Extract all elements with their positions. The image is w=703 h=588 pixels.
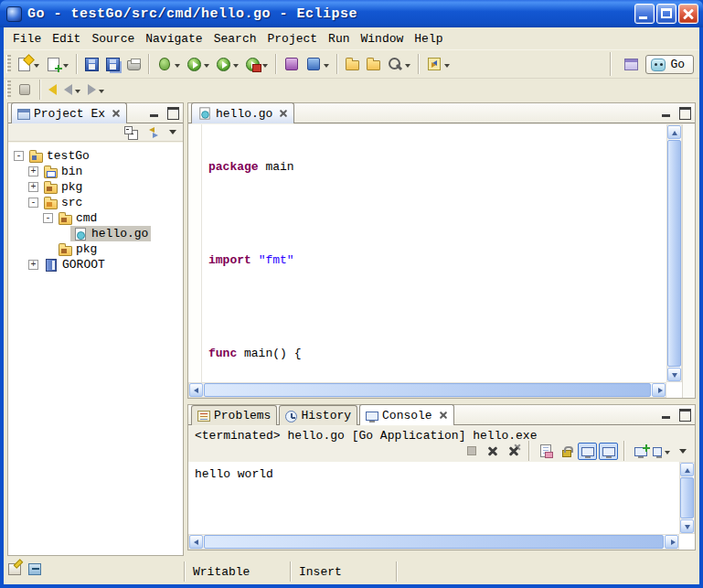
back-button[interactable] bbox=[60, 79, 84, 101]
save-button[interactable] bbox=[81, 53, 102, 75]
scroll-lock-button[interactable] bbox=[557, 443, 576, 460]
tree-item-goroot[interactable]: + GOROOT bbox=[8, 257, 183, 273]
print-button[interactable] bbox=[123, 53, 144, 75]
minimize-editor-button[interactable] bbox=[659, 106, 675, 119]
run-button[interactable] bbox=[184, 53, 213, 75]
overview-ruler[interactable] bbox=[682, 124, 695, 398]
scroll-up-icon[interactable] bbox=[680, 463, 694, 476]
tab-problems[interactable]: Problems bbox=[191, 405, 277, 425]
menu-navigate[interactable]: Navigate bbox=[140, 29, 208, 48]
tree-item-src-pkg[interactable]: pkg bbox=[8, 241, 183, 257]
editor-vertical-scrollbar[interactable] bbox=[666, 124, 682, 382]
tab-hello-go[interactable]: hello.go bbox=[191, 102, 294, 123]
last-edit-location-button[interactable] bbox=[45, 79, 60, 101]
scroll-up-icon[interactable] bbox=[667, 125, 681, 139]
new-go-type-button[interactable] bbox=[303, 53, 333, 75]
expander-icon[interactable]: + bbox=[28, 182, 38, 192]
code-editor[interactable]: package main import "fmt" func main() { … bbox=[188, 124, 695, 398]
collapse-all-button[interactable] bbox=[122, 124, 140, 141]
menu-source[interactable]: Source bbox=[86, 29, 140, 48]
expander-icon[interactable]: + bbox=[28, 166, 38, 176]
maximize-view-button[interactable] bbox=[165, 106, 180, 119]
console-output[interactable]: hello world bbox=[188, 462, 695, 550]
menu-window[interactable]: Window bbox=[356, 29, 410, 48]
fast-view-icon[interactable] bbox=[8, 563, 21, 575]
code-line[interactable]: import "fmt" bbox=[203, 252, 666, 268]
title-bar[interactable]: Go - testGo/src/cmd/hello.go - Eclipse bbox=[0, 0, 703, 27]
console-menu-button[interactable] bbox=[673, 443, 692, 460]
run-last-button[interactable] bbox=[213, 53, 242, 75]
close-tab-icon[interactable] bbox=[439, 411, 448, 420]
save-all-button[interactable] bbox=[102, 53, 123, 75]
tree-item-bin[interactable]: + bin bbox=[8, 164, 183, 179]
expander-icon[interactable]: - bbox=[28, 198, 38, 208]
forward-button[interactable] bbox=[84, 79, 108, 101]
clear-console-button[interactable] bbox=[536, 443, 555, 460]
open-folder-button[interactable] bbox=[342, 53, 363, 75]
console-horizontal-scrollbar[interactable] bbox=[188, 534, 679, 550]
open-project-button[interactable] bbox=[363, 53, 384, 75]
tree-item-cmd[interactable]: - cmd bbox=[8, 210, 183, 226]
open-perspective-button[interactable] bbox=[621, 53, 642, 75]
new-go-package-button[interactable] bbox=[281, 53, 303, 75]
open-console-button[interactable] bbox=[631, 443, 650, 460]
tab-console[interactable]: Console bbox=[359, 404, 454, 425]
go-perspective-button[interactable]: Go bbox=[645, 55, 694, 74]
maximize-button[interactable] bbox=[656, 4, 676, 24]
code-area[interactable]: package main import "fmt" func main() { … bbox=[203, 124, 666, 382]
remove-all-launches-button[interactable] bbox=[504, 443, 523, 460]
external-tools-button[interactable] bbox=[242, 53, 272, 75]
debug-button[interactable] bbox=[154, 53, 184, 75]
scrollbar-thumb[interactable] bbox=[680, 477, 694, 519]
scroll-left-icon[interactable] bbox=[189, 535, 203, 549]
scrollbar-thumb[interactable] bbox=[204, 383, 651, 397]
code-line[interactable] bbox=[203, 299, 666, 315]
maximize-editor-button[interactable] bbox=[676, 106, 692, 119]
team-sync-button[interactable] bbox=[423, 53, 453, 75]
trim-status-icon[interactable] bbox=[28, 563, 41, 575]
tree-item-testgo[interactable]: - testGo bbox=[8, 148, 183, 164]
menu-project[interactable]: Project bbox=[261, 29, 323, 48]
expander-icon[interactable]: - bbox=[14, 151, 24, 161]
search-button[interactable] bbox=[384, 53, 414, 75]
annotation-ruler[interactable] bbox=[188, 124, 202, 382]
close-tab-icon[interactable] bbox=[279, 109, 288, 118]
scroll-right-icon[interactable] bbox=[665, 535, 678, 549]
show-stderr-button[interactable] bbox=[599, 443, 618, 460]
scrollbar-thumb[interactable] bbox=[204, 535, 664, 549]
show-stdout-button[interactable] bbox=[578, 443, 597, 460]
tree-item-pkg[interactable]: + pkg bbox=[8, 179, 183, 195]
scroll-down-icon[interactable] bbox=[667, 368, 681, 381]
tab-history[interactable]: History bbox=[279, 405, 357, 425]
expander-icon[interactable]: - bbox=[43, 213, 53, 223]
view-menu-button[interactable] bbox=[167, 124, 178, 141]
remove-launch-button[interactable] bbox=[483, 443, 502, 460]
expander-icon[interactable]: + bbox=[28, 260, 38, 270]
code-line[interactable]: package main bbox=[203, 159, 666, 175]
minimize-console-button[interactable] bbox=[659, 408, 675, 421]
link-editor-button[interactable] bbox=[144, 124, 163, 141]
display-console-button[interactable] bbox=[652, 443, 671, 460]
maximize-console-button[interactable] bbox=[676, 408, 692, 421]
new-go-file-button[interactable] bbox=[43, 53, 72, 75]
code-line[interactable] bbox=[203, 206, 666, 221]
pin-editor-button[interactable] bbox=[14, 79, 36, 101]
console-vertical-scrollbar[interactable] bbox=[679, 462, 695, 534]
new-wizard-button[interactable] bbox=[14, 53, 43, 75]
tab-project-explorer[interactable]: Project Ex bbox=[11, 102, 127, 123]
menu-file[interactable]: File bbox=[7, 29, 47, 48]
terminate-button[interactable] bbox=[462, 443, 481, 460]
minimize-button[interactable] bbox=[634, 4, 655, 24]
scroll-right-icon[interactable] bbox=[652, 383, 666, 397]
scroll-left-icon[interactable] bbox=[189, 383, 203, 397]
scroll-down-icon[interactable] bbox=[680, 519, 694, 533]
close-button[interactable] bbox=[678, 4, 698, 24]
menu-help[interactable]: Help bbox=[409, 29, 448, 48]
menu-run[interactable]: Run bbox=[323, 29, 355, 48]
close-view-icon[interactable] bbox=[112, 109, 121, 118]
code-line[interactable]: func main() { bbox=[203, 346, 666, 361]
editor-horizontal-scrollbar[interactable] bbox=[188, 382, 666, 398]
toolbar-grip[interactable] bbox=[6, 80, 11, 99]
toolbar-grip[interactable] bbox=[6, 55, 11, 73]
tree-item-hello-go[interactable]: hello.go bbox=[8, 226, 183, 241]
